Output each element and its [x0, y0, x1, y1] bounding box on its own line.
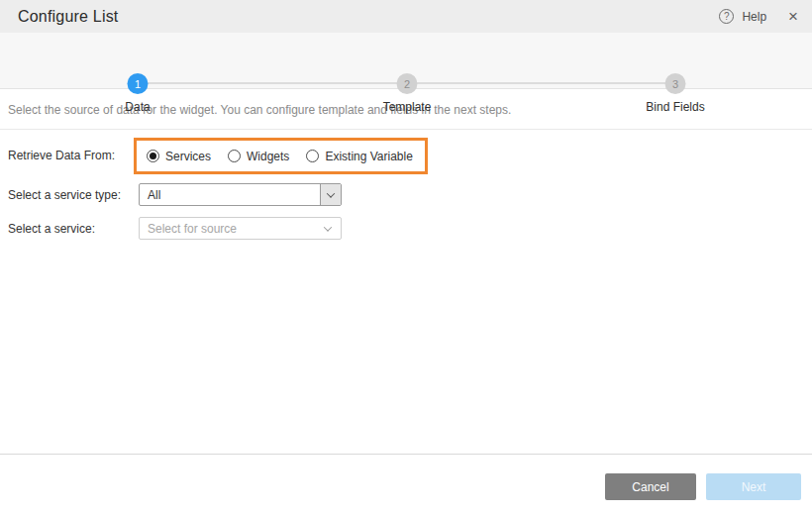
service-select[interactable]: Select for source	[139, 217, 342, 240]
help-icon[interactable]: ?	[719, 9, 734, 24]
close-icon[interactable]: ×	[788, 8, 798, 25]
radio-circle-icon	[306, 150, 319, 162]
radio-circle-icon	[147, 150, 159, 162]
step-1-label: Data	[125, 100, 150, 114]
cancel-button[interactable]: Cancel	[605, 473, 696, 500]
dialog-header: Configure List ? Help ×	[0, 0, 812, 33]
service-label: Select a service:	[8, 222, 95, 236]
service-type-selected-value: All	[140, 188, 160, 202]
step-1-circle[interactable]: 1	[128, 73, 149, 94]
step-3-circle[interactable]: 3	[665, 73, 686, 94]
step-2-circle[interactable]: 2	[397, 73, 418, 94]
service-type-select[interactable]: All	[139, 183, 342, 206]
retrieve-data-from-label: Retrieve Data From:	[8, 149, 115, 162]
service-select-placeholder: Select for source	[148, 222, 237, 236]
step-2-label: Template	[383, 100, 432, 114]
chevron-down-icon	[324, 223, 332, 231]
radio-existing-variable[interactable]: Existing Variable	[306, 150, 413, 163]
chevron-down-icon	[327, 189, 335, 197]
select-dropdown-button[interactable]	[320, 184, 341, 205]
description-text: Select the source of data for the widget…	[8, 103, 511, 117]
radio-services[interactable]: Services	[147, 150, 211, 163]
highlight-box: Services Widgets Existing Variable	[134, 138, 428, 174]
service-type-label: Select a service type:	[8, 188, 121, 202]
wizard-stepper: 1 Data 2 Template 3 Bind Fields	[0, 33, 812, 89]
radio-services-label: Services	[165, 150, 211, 163]
radio-circle-icon	[228, 150, 241, 162]
page-title: Configure List	[18, 8, 119, 26]
configure-list-dialog: Configure List ? Help × 1 Data 2 Templat…	[0, 0, 812, 515]
next-button[interactable]: Next	[706, 473, 801, 500]
radio-widgets-label: Widgets	[247, 150, 289, 163]
step-3-label: Bind Fields	[646, 100, 704, 114]
footer-divider	[0, 454, 812, 455]
radio-existing-variable-label: Existing Variable	[325, 150, 413, 163]
radio-selected-dot	[150, 153, 156, 159]
radio-widgets[interactable]: Widgets	[228, 150, 289, 163]
header-actions: ? Help ×	[719, 8, 798, 25]
help-link[interactable]: Help	[742, 10, 766, 24]
